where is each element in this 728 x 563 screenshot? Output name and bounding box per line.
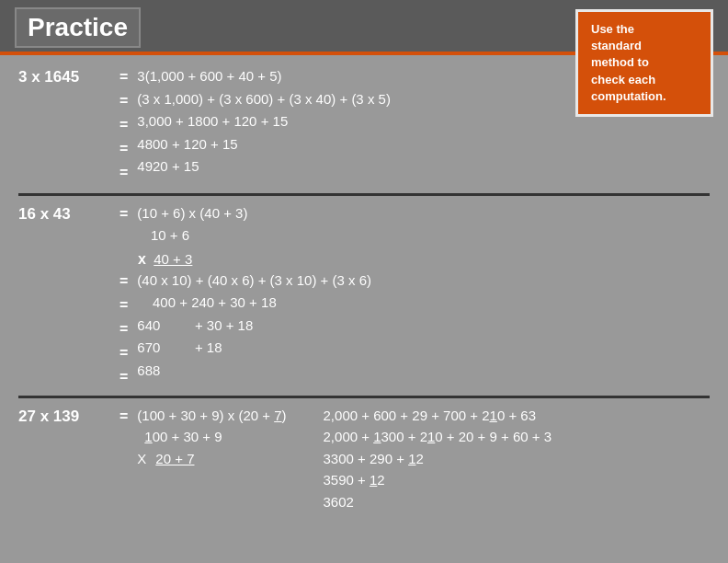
problem-label-3: 27 x 139 xyxy=(18,406,101,426)
content-area: 3 x 1645 = = = = = 3(1,000 + 600 + 40 + … xyxy=(0,55,728,520)
section3-right: 2,000 + 600 + 29 + 700 + 210 + 63 2,000 … xyxy=(324,406,552,513)
page-title: Practice xyxy=(15,7,141,48)
problem-label-2: 16 x 43 xyxy=(18,203,101,224)
equals-col-1: = = = = = xyxy=(119,66,128,184)
page: Practice Use the standard method to chec… xyxy=(0,0,728,563)
section3-left: (100 + 30 + 9) x (20 + 7) 100 + 30 + 9 X… xyxy=(137,406,286,470)
callout-box: Use the standard method to check each co… xyxy=(575,9,713,117)
section-3: 27 x 139 = (100 + 30 + 9) x (20 + 7) 100… xyxy=(18,398,710,521)
math-lines-1: 3(1,000 + 600 + 40 + 5) (3 x 1,000) + (3… xyxy=(137,66,391,178)
problem-label-1: 3 x 1645 xyxy=(18,66,101,86)
section-2: 16 x 43 = (10 + 6) x (40 + 3) 10 + 6 x 4… xyxy=(18,196,710,398)
callout-text: Use the standard method to check each co… xyxy=(591,22,666,103)
